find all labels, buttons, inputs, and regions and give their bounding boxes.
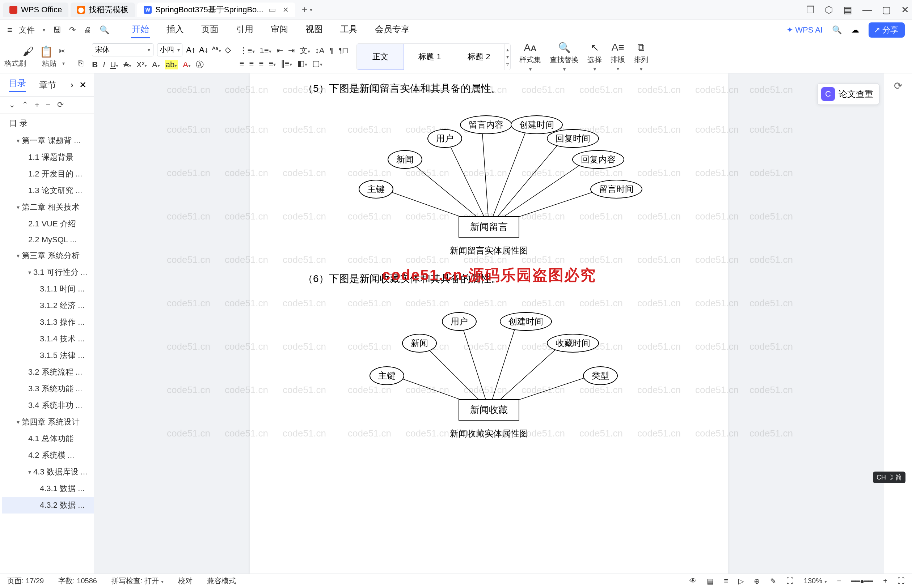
zoom-level[interactable]: 130% ▾ xyxy=(804,577,827,585)
tab-tools[interactable]: 工具 xyxy=(339,21,358,38)
tab-chevron-icon[interactable]: ▾ xyxy=(310,7,312,13)
pencil-icon[interactable]: ✎ xyxy=(770,577,776,585)
zoom-slider[interactable]: ━━●━━ xyxy=(851,577,873,585)
toc-item[interactable]: 3.4 系统非功 ... xyxy=(2,397,94,414)
tab-wps-office[interactable]: WPS Office xyxy=(3,3,68,17)
text-effect-icon[interactable]: A▾ xyxy=(152,60,160,69)
add-item-icon[interactable]: + xyxy=(35,100,39,110)
grow-font-icon[interactable]: A↑ xyxy=(186,45,196,55)
collapse-up-icon[interactable]: ⌃ xyxy=(22,100,28,110)
toc-item[interactable]: ▾第三章 系统分析 xyxy=(2,247,94,264)
toc-item[interactable]: 4.1 总体功能 xyxy=(2,430,94,447)
document-canvas[interactable]: code51.cncode51.cncode51.cncode51.cncode… xyxy=(94,73,884,573)
toc-item[interactable]: 1.1 课题背景 xyxy=(2,149,94,166)
file-menu[interactable]: 文件 xyxy=(19,24,35,36)
cube-icon[interactable]: ⬡ xyxy=(825,4,833,16)
chevron-right-icon[interactable]: › xyxy=(71,80,73,90)
page-view-icon[interactable]: ▤ xyxy=(707,577,714,585)
toc-item[interactable]: 3.1.1 时间 ... xyxy=(2,281,94,297)
compat-mode[interactable]: 兼容模式 xyxy=(207,576,236,586)
tab-insert[interactable]: 插入 xyxy=(166,21,185,38)
toc-item[interactable]: 3.1.3 操作 ... xyxy=(2,314,94,331)
paste-icon[interactable]: 📋 xyxy=(39,45,53,58)
outdent-icon[interactable]: ⇤ xyxy=(277,46,283,55)
toc-item[interactable]: 4.3.1 数据 ... xyxy=(2,480,94,497)
cut-icon[interactable]: ✂ xyxy=(58,47,65,56)
restore-window-icon[interactable]: ❐ xyxy=(806,4,815,16)
toc-item[interactable]: 2.1 VUE 介绍 xyxy=(2,215,94,232)
style-gallery-arrows[interactable]: ▴▾▿ xyxy=(504,44,510,70)
toc-item[interactable]: 3.3 系统功能 ... xyxy=(2,380,94,397)
toc-item[interactable]: 4.2 系统模 ... xyxy=(2,447,94,464)
toc-item[interactable]: 3.1.2 经济 ... xyxy=(2,297,94,314)
change-case-icon[interactable]: ᴬᵃ▾ xyxy=(212,45,221,55)
clear-format-icon[interactable]: ◇ xyxy=(225,45,231,55)
toc-item[interactable]: 3.2 系统流程 ... xyxy=(2,364,94,380)
tab-home[interactable]: 开始 xyxy=(131,21,150,38)
remove-item-icon[interactable]: − xyxy=(46,100,51,110)
chevron-down-icon[interactable]: ▾ xyxy=(43,27,45,33)
sort-icon[interactable]: ↕A xyxy=(315,46,325,55)
line-spacing-icon[interactable]: ‖≡▾ xyxy=(281,59,292,68)
style-heading1[interactable]: 标题 1 xyxy=(406,44,453,70)
proofread-status[interactable]: 校对 xyxy=(178,576,193,586)
layout-button[interactable]: ⧉排列▾ xyxy=(634,42,648,72)
tab-member[interactable]: 会员专享 xyxy=(374,21,410,38)
italic-icon[interactable]: I xyxy=(103,60,105,69)
cloud-sync-icon[interactable]: ☁ xyxy=(851,25,859,35)
maximize-icon[interactable]: ▢ xyxy=(882,4,891,16)
properties-icon[interactable]: ⟳ xyxy=(894,80,902,92)
number-list-icon[interactable]: 1≡▾ xyxy=(260,46,271,55)
outline-view-icon[interactable]: ≡ xyxy=(724,577,728,585)
tab-template[interactable]: ⬤ 找稻壳模板 xyxy=(71,3,135,17)
search-icon[interactable]: 🔍 xyxy=(832,25,842,35)
toc-item[interactable]: ▾3.1 可行性分 ... xyxy=(2,264,94,281)
read-view-icon[interactable]: ▷ xyxy=(738,577,744,585)
preview-icon[interactable]: 🔍 xyxy=(99,25,109,35)
select-button[interactable]: ↖选择▾ xyxy=(587,42,602,72)
close-window-icon[interactable]: ✕ xyxy=(901,4,909,16)
toc-item[interactable]: 1.3 论文研究 ... xyxy=(2,182,94,199)
style-heading2[interactable]: 标题 2 xyxy=(455,44,502,70)
tab-page[interactable]: 页面 xyxy=(201,21,219,38)
page-indicator[interactable]: 页面: 17/29 xyxy=(7,576,44,586)
sidebar-tab-toc[interactable]: 目录 xyxy=(9,78,26,92)
highlight-icon[interactable]: ab▾ xyxy=(165,60,178,69)
superscript-icon[interactable]: X²▾ xyxy=(136,60,147,69)
zoom-out-icon[interactable]: − xyxy=(837,577,841,585)
tab-reference[interactable]: 引用 xyxy=(235,21,254,38)
strike-icon[interactable]: A▾ xyxy=(123,60,131,69)
fullscreen-icon[interactable]: ⛶ xyxy=(897,577,905,585)
toc-item[interactable]: 2.2 MySQL ... xyxy=(2,232,94,247)
tab-view[interactable]: 视图 xyxy=(305,21,324,38)
font-size-select[interactable]: 小四▾ xyxy=(157,44,182,57)
tab-review[interactable]: 审阅 xyxy=(270,21,289,38)
arrange-button[interactable]: A≡排版▾ xyxy=(611,42,625,72)
toc-item[interactable]: ▾4.3 数据库设 ... xyxy=(2,464,94,480)
style-set-button[interactable]: Aᴀ样式集▾ xyxy=(519,42,541,72)
spell-check-status[interactable]: 拼写检查: 打开 ▾ xyxy=(112,576,164,586)
minimize-icon[interactable]: — xyxy=(862,4,872,16)
toc-item[interactable]: 1.2 开发目的 ... xyxy=(2,166,94,182)
font-family-select[interactable]: 宋体▾ xyxy=(92,44,154,57)
print-icon[interactable]: 🖨 xyxy=(84,25,92,35)
pilcrow-icon[interactable]: ¶ xyxy=(329,46,334,55)
zoom-in-icon[interactable]: + xyxy=(883,577,888,585)
align-center-icon[interactable]: ≡ xyxy=(249,59,254,68)
style-normal[interactable]: 正文 xyxy=(357,44,404,70)
avatar-icon[interactable]: ▤ xyxy=(843,4,852,16)
web-view-icon[interactable]: ⊕ xyxy=(754,577,760,585)
redo-icon[interactable]: ↷ xyxy=(69,25,76,35)
new-tab-button[interactable]: + xyxy=(302,4,308,16)
copy-icon[interactable]: ⎘ xyxy=(79,58,83,68)
toc-item[interactable]: ▾第一章 课题背 ... xyxy=(2,132,94,149)
toc-item[interactable]: 3.1.5 法律 ... xyxy=(2,347,94,364)
find-replace-button[interactable]: 🔍查找替换▾ xyxy=(550,42,579,72)
toc-item[interactable]: 3.1.4 技术 ... xyxy=(2,331,94,347)
toc-item[interactable]: ▾第四章 系统设计 xyxy=(2,414,94,430)
word-count[interactable]: 字数: 10586 xyxy=(58,576,97,586)
share-button[interactable]: ↗ 分享 xyxy=(868,23,905,37)
bullet-list-icon[interactable]: ⋮≡▾ xyxy=(240,46,255,55)
tab-active-document[interactable]: W SpringBoot375基于SpringBo... ▭ ✕ xyxy=(137,3,295,17)
reading-mode-icon[interactable]: ▭ xyxy=(269,5,276,15)
